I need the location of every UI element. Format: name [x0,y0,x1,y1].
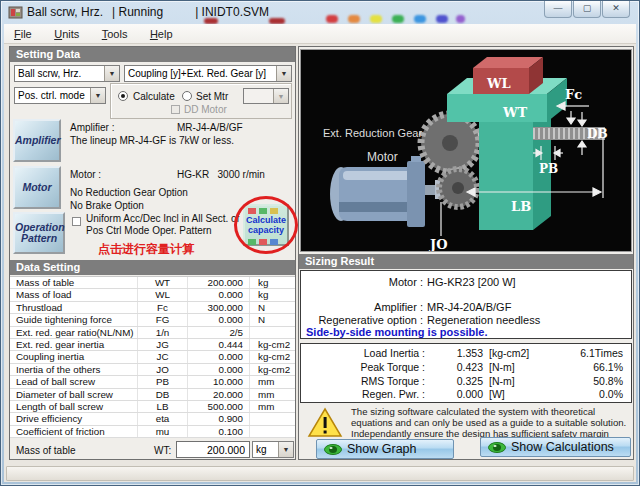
data-setting-row[interactable]: Ext. red. gear inertiaJG0.444kg-cm2 [10,339,295,351]
metric-row-unit: [N-m] [483,361,557,375]
app-window: Ball scrw, Hrz. | Running | INIDT0.SVM —… [0,0,640,486]
data-setting-row-name: Coupling inertia [10,351,138,362]
annotation-text: 点击进行容量计算 [98,241,194,258]
minimize-button[interactable]: — [544,1,572,18]
chevron-down-icon[interactable]: ▼ [276,66,291,81]
motor-label: Motor : [70,169,101,180]
amplifier-button[interactable]: Amplifier [13,119,61,162]
data-setting-row[interactable]: Diameter of ball screwDB20.000mm [10,389,295,401]
menu-file[interactable]: File [6,25,40,42]
result-regen-label: Regenerative option : [301,314,423,326]
calculate-capacity-label2: capacity [245,225,287,235]
warning-line2: equations and can only be used as a guid… [351,417,626,428]
metric-row-value: 0.325 [425,375,483,389]
metric-row-value: 0.000 [425,388,483,402]
result-amplifier-value: MR-J4-20A/B/GF [427,301,511,313]
data-setting-row-name: Mass of load [10,289,138,300]
unit-select[interactable]: kg ▼ [252,441,294,458]
data-setting-row[interactable]: Guide tightening forceFG0.000N [10,314,295,326]
metric-row: RMS Torque :0.325[N-m]50.8% [301,375,631,389]
calculate-capacity-button[interactable]: Calculate capacity [243,204,289,246]
data-setting-row[interactable]: Length of ball screwLB500.000mm [10,401,295,413]
sizing-result-header: Sizing Result [299,254,633,269]
amplifier-value: MR-J4-A/B/GF [177,122,243,133]
motor-select-disabled[interactable]: ▼ [243,88,289,104]
data-setting-row[interactable]: Mass of loadWL0.000kg [10,289,295,301]
data-setting-row-value: 300.000 [188,302,250,313]
coupling-select-value: Coupling [y]+Ext. Red. Gear [y] [128,68,266,79]
chevron-down-icon[interactable]: ▼ [90,88,105,103]
data-setting-row-unit [250,426,295,437]
data-setting-row-symbol: JG [138,339,188,350]
data-setting-row-value: 0.100 [188,426,250,437]
metric-row: Load Inertia :1.353[kg-cm2]6.1Times [301,347,631,361]
data-setting-row-unit: kg [250,277,295,288]
unit-select-value: kg [256,444,267,455]
mechanism-select[interactable]: Ball scrw, Hrz. ▼ [14,65,120,82]
metric-row-label: Peak Torque : [301,361,425,375]
chevron-down-icon[interactable]: ▼ [104,66,119,81]
set-mtr-radio-label: Set Mtr [196,91,228,102]
metric-row: Peak Torque :0.423[N-m]66.1% [301,361,631,375]
data-setting-row-symbol: eta [138,413,188,424]
motor-button[interactable]: Motor [13,166,61,209]
data-setting-row-symbol: JO [138,364,188,375]
uniform-accdec-checkbox[interactable] [72,217,81,226]
metric-row-value: 0.423 [425,361,483,375]
control-mode-select[interactable]: Pos. ctrl. mode ▼ [14,87,106,104]
warning-icon [307,407,343,438]
close-button[interactable]: ✕ [602,1,630,18]
data-setting-row[interactable]: Drive efficiencyeta0.900 [10,413,295,425]
data-setting-row[interactable]: ThrustloadFc300.000N [10,302,295,314]
show-calculations-label: Show Calculations [511,440,614,454]
data-setting-row-value: 0.000 [188,289,250,300]
data-setting-row-value: 20.000 [188,389,250,400]
set-mtr-radio[interactable] [182,91,192,101]
warning-line1: The sizing software calculated the syste… [351,406,595,417]
data-setting-row[interactable]: Mass of tableWT200.000kg [10,277,295,289]
data-setting-row[interactable]: Coefficient of frictionmu0.100 [10,426,295,438]
operation-pattern-button[interactable]: Operation Pattern [13,212,65,254]
data-setting-row-unit: kg [250,289,295,300]
eye-icon [324,444,342,455]
metric-row-unit: [W] [483,388,557,402]
amplifier-label: Amplifier : [70,122,114,133]
jo-label: JO [429,237,447,251]
data-setting-row-name: Ext. red. gear ratio(NL/NM) [10,327,138,338]
data-setting-row[interactable]: Ext. red. gear ratio(NL/NM)1/n2/5 [10,327,295,339]
amplifier-note: The lineup MR-J4-GF is 7kW or less. [70,135,234,146]
control-mode-value: Pos. ctrl. mode [18,90,85,101]
metric-row-unit: [kg-cm2] [483,347,557,361]
menu-help[interactable]: Help [142,25,181,42]
coupling-select[interactable]: Coupling [y]+Ext. Red. Gear [y] ▼ [124,65,292,82]
chevron-down-icon[interactable]: ▼ [278,442,293,457]
menu-tools[interactable]: Tools [94,25,136,42]
data-setting-row-name: Diameter of ball screw [10,389,138,400]
maximize-button[interactable]: ▢ [573,1,601,18]
data-setting-row-value: 0.444 [188,339,250,350]
dd-motor-label: DD Motor [184,104,227,115]
metric-row-ratio: 50.8% [557,375,631,389]
dd-motor-checkbox[interactable] [171,105,180,114]
data-setting-row-unit: N [250,314,295,325]
show-calculations-button[interactable]: Show Calculations [480,437,631,457]
metric-row: Regen. Pwr. :0.000[W]0.0% [301,388,631,402]
data-setting-row-name: Inertia of the others [10,364,138,375]
data-setting-row-value: 500.000 [188,401,250,412]
data-setting-row-unit: mm [250,389,295,400]
db-label: DB [587,127,608,141]
menu-units[interactable]: Units [46,25,87,42]
data-setting-row-symbol: LB [138,401,188,412]
data-setting-row[interactable]: Inertia of the othersJO0.000kg-cm2 [10,364,295,376]
result-motor-value: HG-KR23 [200 W] [427,276,516,288]
data-setting-row[interactable]: Lead of ball screwPB10.000mm [10,376,295,388]
data-setting-row[interactable]: Coupling inertiaJC0.000kg-cm2 [10,351,295,363]
motor-value: HG-KR 3000 r/min [177,169,265,180]
data-setting-row-name: Lead of ball screw [10,376,138,387]
metric-row-label: Load Inertia : [301,347,425,361]
show-graph-button[interactable]: Show Graph [316,439,454,459]
title-bar[interactable]: Ball scrw, Hrz. | Running | INIDT0.SVM —… [1,1,639,24]
data-setting-row-name: Coefficient of friction [10,426,138,437]
calculate-radio[interactable] [118,91,128,101]
edit-value-input[interactable] [176,441,250,458]
